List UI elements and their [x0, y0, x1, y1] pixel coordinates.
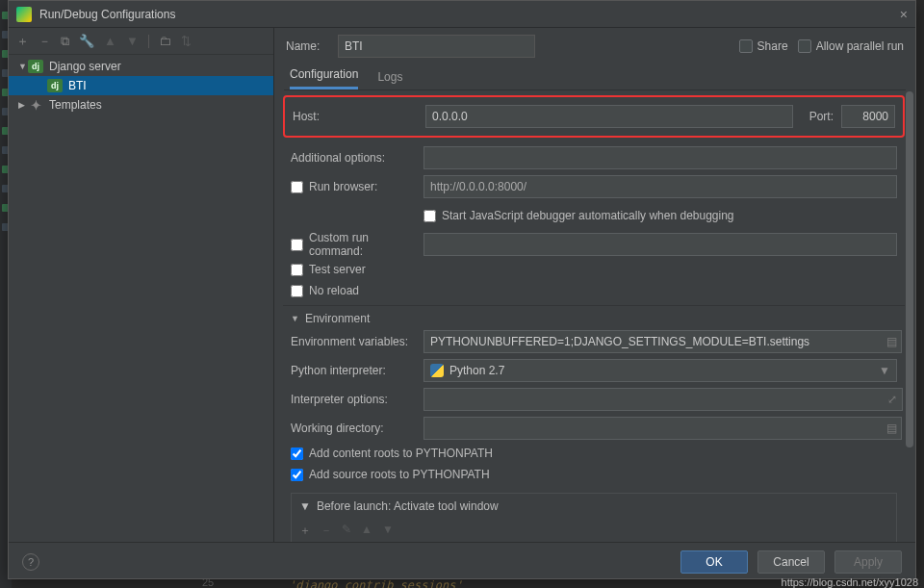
port-label: Port:: [801, 110, 834, 123]
config-tree: ▼ dj Django server dj BTI ▶ ✦ Templates: [9, 55, 273, 542]
test-server-checkbox-box[interactable]: [291, 264, 303, 276]
name-row: Name: Share Allow parallel run: [274, 28, 915, 64]
env-section-header[interactable]: ▼ Environment: [283, 305, 905, 327]
before-launch-panel: ▼ Before launch: Activate tool window ＋ …: [291, 493, 897, 542]
run-browser-label: Run browser:: [309, 180, 377, 193]
parallel-checkbox[interactable]: Allow parallel run: [798, 39, 904, 53]
interpreter-value: Python 2.7: [449, 364, 504, 377]
watermark-text: https://blog.csdn.net/xyy1028: [782, 576, 918, 588]
custom-run-label: Custom run command:: [309, 231, 416, 258]
folder-icon[interactable]: 🗀: [159, 34, 171, 48]
sidebar-toolbar: ＋ － ⧉ 🔧 ▲ ▼ 🗀 ⇅: [9, 28, 273, 55]
share-label: Share: [757, 39, 788, 53]
wrench-icon[interactable]: 🔧: [79, 34, 94, 48]
config-form: Host: Port: Additional options: Run brow…: [274, 90, 915, 542]
before-launch-toolbar: ＋ － ✎ ▲ ▼: [292, 519, 896, 542]
tree-node-bti[interactable]: dj BTI: [9, 76, 273, 95]
tree-node-label: BTI: [68, 79, 87, 92]
before-launch-label: Before launch: Activate tool window: [317, 499, 499, 513]
config-sidebar: ＋ － ⧉ 🔧 ▲ ▼ 🗀 ⇅ ▼ dj Django server dj BT…: [9, 28, 274, 542]
name-label: Name:: [286, 39, 328, 53]
parallel-checkbox-box[interactable]: [798, 39, 811, 53]
vertical-scrollbar[interactable]: [906, 91, 913, 505]
custom-run-checkbox-box[interactable]: [291, 239, 303, 251]
test-server-checkbox[interactable]: Test server: [291, 263, 416, 276]
help-button[interactable]: ?: [22, 553, 39, 571]
workdir-input[interactable]: [424, 417, 902, 440]
additional-options-input[interactable]: [424, 146, 897, 169]
chevron-down-icon: ▼: [299, 499, 311, 513]
move-up-icon[interactable]: ▲: [361, 523, 372, 539]
remove-icon[interactable]: －: [38, 33, 51, 50]
chevron-right-icon: ▶: [18, 100, 28, 110]
no-reload-label: No reload: [309, 284, 359, 297]
expand-icon[interactable]: ⤢: [887, 393, 897, 406]
python-icon: [430, 364, 444, 377]
move-up-icon[interactable]: ▲: [104, 34, 116, 48]
name-input[interactable]: [338, 35, 535, 58]
move-down-icon[interactable]: ▼: [382, 523, 394, 539]
browse-icon[interactable]: ▤: [886, 422, 897, 435]
remove-icon[interactable]: －: [321, 523, 332, 539]
no-reload-checkbox[interactable]: No reload: [291, 284, 416, 297]
run-debug-config-dialog: Run/Debug Configurations × ＋ － ⧉ 🔧 ▲ ▼ 🗀…: [8, 0, 916, 579]
toolbar-separator: [148, 35, 149, 48]
run-browser-url-input[interactable]: [424, 175, 897, 198]
host-label: Host:: [293, 110, 418, 123]
add-source-checkbox-box[interactable]: [291, 469, 303, 481]
chevron-down-icon: ▼: [18, 62, 28, 71]
workdir-label: Working directory:: [291, 422, 416, 435]
copy-icon[interactable]: ⧉: [61, 34, 69, 49]
close-icon[interactable]: ×: [900, 7, 908, 22]
tree-node-label: Django server: [49, 60, 121, 73]
tree-node-templates[interactable]: ▶ ✦ Templates: [9, 95, 273, 115]
add-source-label: Add source roots to PYTHONPATH: [309, 468, 490, 481]
chevron-down-icon: ▼: [879, 364, 890, 377]
custom-run-checkbox[interactable]: Custom run command:: [291, 231, 416, 258]
interp-opts-input[interactable]: [424, 388, 903, 411]
template-icon: ✦: [28, 98, 43, 112]
ok-button[interactable]: OK: [680, 550, 748, 574]
run-browser-checkbox-box[interactable]: [291, 181, 303, 193]
interpreter-dropdown[interactable]: Python 2.7 ▼: [424, 359, 897, 382]
start-js-label: Start JavaScript debugger automatically …: [442, 209, 734, 222]
interpreter-label: Python interpreter:: [291, 364, 416, 377]
run-browser-checkbox[interactable]: Run browser:: [291, 180, 416, 193]
custom-run-input[interactable]: [424, 233, 897, 256]
parallel-label: Allow parallel run: [816, 39, 904, 53]
start-js-checkbox-box[interactable]: [424, 210, 436, 222]
apply-button[interactable]: Apply: [834, 550, 902, 574]
sort-icon[interactable]: ⇅: [181, 34, 192, 48]
port-input[interactable]: [841, 105, 895, 128]
django-icon: dj: [47, 79, 63, 92]
add-icon[interactable]: ＋: [299, 523, 311, 539]
move-down-icon[interactable]: ▼: [126, 34, 139, 48]
host-input[interactable]: [425, 105, 793, 128]
no-reload-checkbox-box[interactable]: [291, 285, 303, 297]
add-content-checkbox-box[interactable]: [291, 447, 303, 460]
start-js-debugger-checkbox[interactable]: Start JavaScript debugger automatically …: [424, 209, 734, 222]
config-tabs: Configuration Logs: [274, 64, 915, 89]
share-checkbox[interactable]: Share: [739, 39, 788, 53]
share-checkbox-box[interactable]: [739, 39, 753, 53]
browse-icon[interactable]: ▤: [886, 335, 897, 348]
additional-options-label: Additional options:: [291, 151, 416, 165]
add-content-roots-checkbox[interactable]: Add content roots to PYTHONPATH: [291, 447, 493, 460]
tab-logs[interactable]: Logs: [377, 70, 402, 89]
add-content-label: Add content roots to PYTHONPATH: [309, 447, 493, 460]
add-icon[interactable]: ＋: [16, 33, 29, 50]
pycharm-icon: [16, 7, 32, 22]
env-vars-input[interactable]: [424, 330, 902, 353]
tab-configuration[interactable]: Configuration: [290, 67, 358, 89]
tree-node-django-server[interactable]: ▼ dj Django server: [9, 57, 273, 76]
edit-icon[interactable]: ✎: [342, 523, 351, 539]
before-launch-header[interactable]: ▼ Before launch: Activate tool window: [292, 494, 896, 519]
chevron-down-icon: ▼: [291, 314, 299, 323]
cancel-button[interactable]: Cancel: [757, 550, 825, 574]
window-title: Run/Debug Configurations: [39, 8, 900, 21]
dialog-footer: ? OK Cancel Apply: [9, 542, 915, 580]
env-vars-label: Environment variables:: [291, 335, 416, 348]
tree-node-label: Templates: [49, 98, 102, 112]
scrollbar-thumb[interactable]: [906, 91, 913, 447]
add-source-roots-checkbox[interactable]: Add source roots to PYTHONPATH: [291, 468, 490, 481]
